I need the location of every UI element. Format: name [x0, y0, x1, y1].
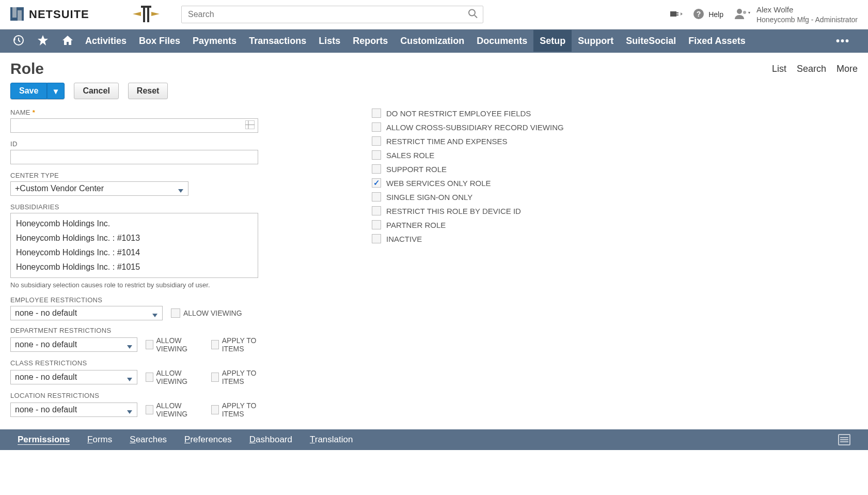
nav-documents[interactable]: Documents	[470, 30, 533, 52]
top-header: NETSUITE ? Help	[0, 0, 868, 29]
checkbox[interactable]	[372, 220, 381, 229]
checkbox-row: ALLOW CROSS-SUBSIDIARY RECORD VIEWING	[372, 122, 858, 132]
home-icon[interactable]	[61, 35, 74, 48]
svg-point-17	[737, 9, 742, 14]
save-dropdown[interactable]: ▾	[47, 83, 65, 99]
star-icon[interactable]	[37, 35, 49, 48]
checkbox[interactable]	[372, 136, 381, 146]
user-block[interactable]: Alex Wolfe Honeycomb Mfg - Administrator	[734, 5, 858, 24]
subsidiaries-label: SUBSIDIARIES	[10, 203, 269, 211]
reset-button[interactable]: Reset	[128, 83, 168, 99]
sub-tab-dashboard[interactable]: Dashboard	[249, 435, 292, 445]
save-button[interactable]: Save	[10, 83, 47, 99]
svg-marker-22	[38, 35, 48, 45]
nav-payments[interactable]: Payments	[186, 30, 243, 52]
sub-tab-translation[interactable]: Translation	[310, 435, 353, 445]
svg-rect-4	[143, 6, 145, 22]
loc-allow-viewing-cb[interactable]	[146, 405, 153, 414]
name-field[interactable]	[10, 118, 258, 133]
netsuite-logo[interactable]: NETSUITE	[10, 6, 98, 23]
user-text: Alex Wolfe Honeycomb Mfg - Administrator	[756, 5, 858, 24]
center-type-select[interactable]: +Custom Vendor Center	[10, 181, 188, 196]
emp-restrict-select[interactable]: none - no default	[10, 306, 163, 320]
help-block[interactable]: ? Help	[693, 8, 723, 21]
global-search	[181, 6, 483, 23]
nav-setup[interactable]: Setup	[533, 30, 572, 52]
class-restrict-label: CLASS RESTRICTIONS	[10, 359, 269, 367]
record-picker-icon[interactable]	[245, 121, 255, 131]
list-item[interactable]: Honeycomb Holdings Inc. : #1013	[11, 231, 258, 245]
class-allow-viewing-cb[interactable]	[146, 373, 153, 382]
nav-transactions[interactable]: Transactions	[243, 30, 312, 52]
checkbox[interactable]	[372, 109, 381, 118]
plug-icon[interactable]	[669, 8, 683, 21]
nav-customization[interactable]: Customization	[394, 30, 470, 52]
chevron-down-icon	[127, 342, 133, 351]
user-name: Alex Wolfe	[756, 5, 858, 15]
search-icon[interactable]	[468, 9, 478, 21]
svg-marker-28	[127, 345, 132, 349]
nav-activities[interactable]: Activities	[79, 30, 133, 52]
checkbox-row: PARTNER ROLE	[372, 220, 858, 229]
page-action-more[interactable]: More	[837, 64, 858, 74]
svg-rect-12	[676, 12, 678, 13]
checkbox-row: SINGLE SIGN-ON ONLY	[372, 192, 858, 202]
list-item[interactable]: Honeycomb Holdings Inc. : #1015	[11, 260, 258, 274]
search-input[interactable]	[181, 6, 483, 23]
page-action-list[interactable]: List	[772, 64, 786, 74]
dept-allow-viewing-cb[interactable]	[146, 340, 153, 349]
checkbox[interactable]	[372, 164, 381, 174]
button-row: Save ▾ Cancel Reset	[0, 83, 868, 109]
emp-allow-viewing-cb[interactable]	[171, 308, 180, 318]
subsidiaries-help: No subsidiary selection causes role to r…	[10, 281, 269, 289]
company-logo[interactable]	[132, 4, 161, 26]
checkbox-label: ALLOW CROSS-SUBSIDIARY RECORD VIEWING	[386, 123, 564, 132]
dept-apply-items-cb[interactable]	[211, 340, 219, 349]
checkbox-label: WEB SERVICES ONLY ROLE	[386, 179, 491, 188]
history-icon[interactable]	[13, 35, 24, 48]
svg-marker-8	[151, 12, 160, 16]
loc-restrict-select[interactable]: none - no default	[10, 403, 137, 417]
svg-rect-13	[676, 14, 678, 16]
page-action-search[interactable]: Search	[797, 64, 826, 74]
checkbox-label: RESTRICT THIS ROLE BY DEVICE ID	[386, 207, 521, 215]
cancel-button[interactable]: Cancel	[74, 83, 118, 99]
checkbox-label: DO NOT RESTRICT EMPLOYEE FIELDS	[386, 109, 531, 118]
checkbox[interactable]	[372, 206, 381, 215]
nav-reports[interactable]: Reports	[346, 30, 394, 52]
class-apply-items-cb[interactable]	[211, 373, 219, 382]
dept-restrict-select[interactable]: none - no default	[10, 337, 137, 352]
nav-more-icon[interactable]: •••	[836, 35, 855, 47]
checkbox[interactable]	[372, 234, 381, 243]
svg-marker-27	[152, 314, 157, 317]
svg-marker-26	[178, 189, 183, 193]
class-restrict-select[interactable]: none - no default	[10, 370, 137, 384]
nav-lists[interactable]: Lists	[312, 30, 346, 52]
sub-tab-searches[interactable]: Searches	[130, 435, 167, 445]
checkbox-label: PARTNER ROLE	[386, 221, 446, 229]
list-item[interactable]: Honeycomb Holdings Inc.	[11, 216, 258, 231]
avatar-icon	[734, 7, 751, 23]
emp-restrict-label: EMPLOYEE RESTRICTIONS	[10, 296, 269, 304]
chevron-down-icon	[127, 375, 133, 384]
checkbox[interactable]	[372, 122, 381, 132]
help-icon: ?	[693, 8, 704, 21]
checkbox[interactable]	[372, 178, 381, 188]
checkbox-label: SALES ROLE	[386, 151, 434, 160]
nav-box-files[interactable]: Box Files	[133, 30, 186, 52]
checkbox-label: SUPPORT ROLE	[386, 165, 447, 174]
sub-tab-forms[interactable]: Forms	[87, 435, 112, 445]
nav-suitesocial[interactable]: SuiteSocial	[620, 30, 682, 52]
nav-support[interactable]: Support	[572, 30, 620, 52]
expand-all-icon[interactable]	[838, 434, 850, 445]
subsidiaries-list[interactable]: Honeycomb Holdings Inc.Honeycomb Holding…	[10, 213, 258, 278]
loc-restrict-label: LOCATION RESTRICTIONS	[10, 392, 269, 399]
nav-fixed-assets[interactable]: Fixed Assets	[682, 30, 751, 52]
loc-apply-items-cb[interactable]	[211, 405, 219, 414]
sub-tab-permissions[interactable]: Permissions	[18, 435, 70, 445]
list-item[interactable]: Honeycomb Holdings Inc. : #1014	[11, 245, 258, 260]
sub-tab-preferences[interactable]: Preferences	[184, 435, 232, 445]
checkbox[interactable]	[372, 192, 381, 202]
id-field[interactable]	[10, 150, 258, 164]
checkbox[interactable]	[372, 150, 381, 160]
